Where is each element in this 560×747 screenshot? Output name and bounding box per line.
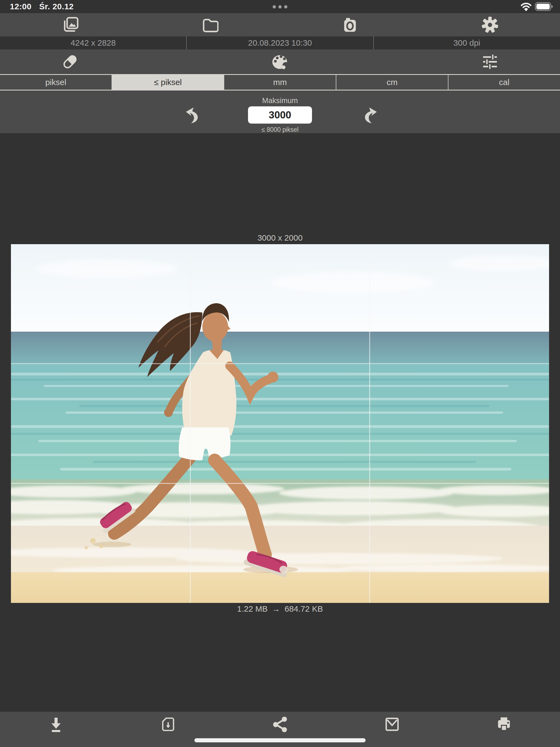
save-button[interactable] xyxy=(0,712,112,747)
status-bar: 12:00 Śr. 20.12 xyxy=(0,0,560,13)
photo-library-button[interactable] xyxy=(0,13,140,36)
redo-button[interactable] xyxy=(362,106,380,124)
resize-control-panel: Maksimum ≤ 8000 piksel xyxy=(0,91,560,133)
camera-button[interactable] xyxy=(280,13,420,36)
gear-icon xyxy=(482,17,499,33)
file-size-arrow: → xyxy=(272,604,280,613)
palette-icon xyxy=(271,53,289,71)
multitasking-dots-icon xyxy=(273,5,287,8)
edit-toolbar xyxy=(0,50,560,74)
undo-icon xyxy=(183,106,200,124)
result-dimensions-label: 3000 x 2000 xyxy=(0,233,560,242)
mail-icon xyxy=(384,716,400,732)
clear-button[interactable] xyxy=(43,50,97,74)
file-size-before: 1.22 MB xyxy=(237,604,268,613)
info-resolution: 300 dpi xyxy=(374,36,560,50)
eraser-icon xyxy=(61,53,78,70)
info-dimensions: 4242 x 2828 xyxy=(0,36,187,50)
settings-button[interactable] xyxy=(420,13,560,36)
status-time: 12:00 xyxy=(10,2,31,11)
redo-icon xyxy=(362,106,380,124)
tune-sliders-icon xyxy=(482,53,499,70)
file-download-icon xyxy=(160,716,176,732)
wifi-icon xyxy=(520,2,532,11)
status-date: Śr. 20.12 xyxy=(39,2,74,11)
image-info-bar: 4242 x 2828 20.08.2023 10:30 300 dpi xyxy=(0,36,560,50)
share-nodes-icon xyxy=(272,716,288,732)
tab-unit-mm[interactable]: mm xyxy=(224,75,336,90)
download-icon xyxy=(48,716,64,732)
tab-unit-cm[interactable]: cm xyxy=(336,75,449,90)
battery-icon xyxy=(535,2,553,11)
printer-icon xyxy=(496,716,512,732)
folder-icon xyxy=(202,17,219,33)
maximum-label: Maksimum xyxy=(0,97,560,105)
file-size-after: 684.72 KB xyxy=(285,604,323,613)
camera-icon xyxy=(341,17,358,33)
home-indicator[interactable] xyxy=(195,738,365,742)
unit-tab-bar: piksel ≤ piksel mm cm cal xyxy=(0,74,560,91)
source-toolbar xyxy=(0,13,560,36)
adjustments-button[interactable] xyxy=(463,50,517,74)
image-preview[interactable] xyxy=(11,244,549,603)
color-button[interactable] xyxy=(253,50,307,74)
photo-library-icon xyxy=(61,17,78,33)
max-limit-hint: ≤ 8000 piksel xyxy=(0,126,560,133)
info-datetime: 20.08.2023 10:30 xyxy=(187,36,374,50)
undo-button[interactable] xyxy=(183,106,200,124)
file-size-label: 1.22 MB→684.72 KB xyxy=(0,604,560,614)
tab-unit-piksel[interactable]: piksel xyxy=(0,75,112,90)
tab-unit-cal[interactable]: cal xyxy=(449,75,560,90)
tab-unit-max-piksel[interactable]: ≤ piksel xyxy=(112,75,224,90)
max-dimension-input[interactable] xyxy=(248,106,312,124)
print-button[interactable] xyxy=(448,712,560,747)
files-button[interactable] xyxy=(140,13,280,36)
